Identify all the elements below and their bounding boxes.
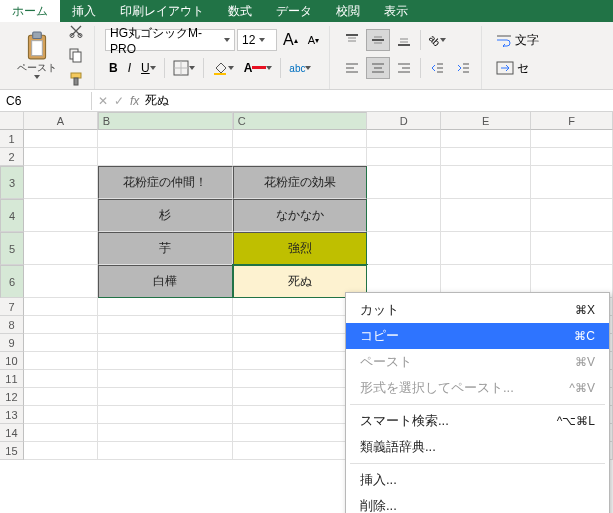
svg-rect-7 [71,73,81,78]
cell-c3[interactable]: 花粉症の効果 [233,166,368,199]
row-header[interactable]: 3 [0,166,24,199]
increase-indent-button[interactable] [451,57,475,79]
cell-b4[interactable]: 杉 [98,199,233,232]
separator [164,58,165,78]
align-left-button[interactable] [340,57,364,79]
tab-layout[interactable]: 印刷レイアウト [108,0,216,22]
row-header[interactable]: 4 [0,199,24,232]
cell-b3[interactable]: 花粉症の仲間！ [98,166,233,199]
chevron-down-icon [34,75,40,79]
menu-paste[interactable]: ペースト⌘V [346,349,609,375]
align-top-icon [344,32,360,48]
wrap-text-button[interactable]: 文字 [492,29,543,52]
copy-button[interactable] [64,44,88,66]
align-bottom-icon [396,32,412,48]
align-right-button[interactable] [392,57,416,79]
bold-button[interactable]: B [105,58,122,78]
tab-insert[interactable]: 挿入 [60,0,108,22]
row-header[interactable]: 1 [0,130,24,148]
cell-c5[interactable]: 強烈 [233,232,368,265]
menu-separator [350,404,605,405]
row-header[interactable]: 9 [0,334,24,352]
chevron-down-icon [228,66,234,70]
menu-smart-lookup[interactable]: スマート検索...^⌥⌘L [346,408,609,434]
tab-home[interactable]: ホーム [0,0,60,22]
row-header[interactable]: 14 [0,424,24,442]
row-header[interactable]: 15 [0,442,24,460]
wrap-label: 文字 [515,32,539,49]
clipboard-icon [23,31,51,61]
tab-formula[interactable]: 数式 [216,0,264,22]
increase-font-button[interactable]: A▴ [279,28,302,52]
align-bottom-button[interactable] [392,29,416,51]
formula-input[interactable]: 死ぬ [145,92,169,109]
col-header[interactable]: E [441,112,531,130]
borders-button[interactable] [169,57,199,79]
cut-button[interactable] [64,20,88,42]
confirm-icon[interactable]: ✓ [114,94,124,108]
fill-color-button[interactable] [208,57,238,79]
grid: A B C D E F 1 2 3花粉症の仲間！花粉症の効果 4杉なかなか 5芋… [0,112,613,460]
font-color-button[interactable]: A [240,58,277,78]
clipboard-group: ペースト [6,26,95,89]
menu-paste-special[interactable]: 形式を選択してペースト...^⌘V [346,375,609,401]
menu-thesaurus[interactable]: 類義語辞典... [346,434,609,460]
row-header[interactable]: 8 [0,316,24,334]
size-select[interactable]: 12 [237,29,277,51]
fx-icon[interactable]: fx [130,94,139,108]
tab-data[interactable]: データ [264,0,324,22]
menu-separator [350,463,605,464]
row-header[interactable]: 2 [0,148,24,166]
decrease-indent-button[interactable] [425,57,449,79]
orientation-button[interactable]: ab [425,32,450,49]
col-header[interactable]: F [531,112,613,130]
col-header[interactable]: B [98,112,233,130]
paste-button[interactable]: ペースト [12,28,62,82]
italic-button[interactable]: I [124,58,135,78]
select-all-corner[interactable] [0,112,24,130]
merge-icon [496,61,514,75]
cell-b5[interactable]: 芋 [98,232,233,265]
col-header[interactable]: C [233,112,368,130]
paste-label: ペースト [17,61,57,75]
scissors-icon [68,23,84,39]
menu-insert[interactable]: 挿入... [346,467,609,493]
align-right-icon [396,60,412,76]
col-header[interactable]: D [367,112,441,130]
menu-delete[interactable]: 削除... [346,493,609,513]
menu-cut[interactable]: カット⌘X [346,297,609,323]
row-header[interactable]: 13 [0,406,24,424]
phonetic-button[interactable]: abc [285,60,315,77]
chevron-down-icon [189,66,195,70]
orientation-icon: ab [427,32,443,48]
indent-icon [455,60,471,76]
align-group: ab [334,26,482,89]
row-header[interactable]: 10 [0,352,24,370]
decrease-font-button[interactable]: A▾ [304,31,323,49]
col-header[interactable]: A [24,112,98,130]
merge-button[interactable]: セ [492,57,533,80]
row-header[interactable]: 11 [0,370,24,388]
row-header[interactable]: 7 [0,298,24,316]
row-header[interactable]: 6 [0,265,24,298]
merge-label: セ [517,60,529,77]
brush-icon [68,71,84,87]
cell-c4[interactable]: なかなか [233,199,368,232]
cell-b6[interactable]: 白樺 [98,265,233,298]
menu-copy[interactable]: コピー⌘C [346,323,609,349]
align-top-button[interactable] [340,29,364,51]
align-middle-button[interactable] [366,29,390,51]
cancel-icon[interactable]: ✕ [98,94,108,108]
context-menu: カット⌘X コピー⌘C ペースト⌘V 形式を選択してペースト...^⌘V スマー… [345,292,610,513]
align-center-button[interactable] [366,57,390,79]
col-headers: A B C D E F [0,112,613,130]
font-select[interactable]: HG丸ゴシックM-PRO [105,29,235,51]
underline-button[interactable]: U [137,58,160,78]
row-header[interactable]: 5 [0,232,24,265]
format-painter-button[interactable] [64,68,88,90]
outdent-icon [429,60,445,76]
name-box[interactable]: C6 [0,92,92,110]
row-header[interactable]: 12 [0,388,24,406]
tab-review[interactable]: 校閲 [324,0,372,22]
tab-view[interactable]: 表示 [372,0,420,22]
